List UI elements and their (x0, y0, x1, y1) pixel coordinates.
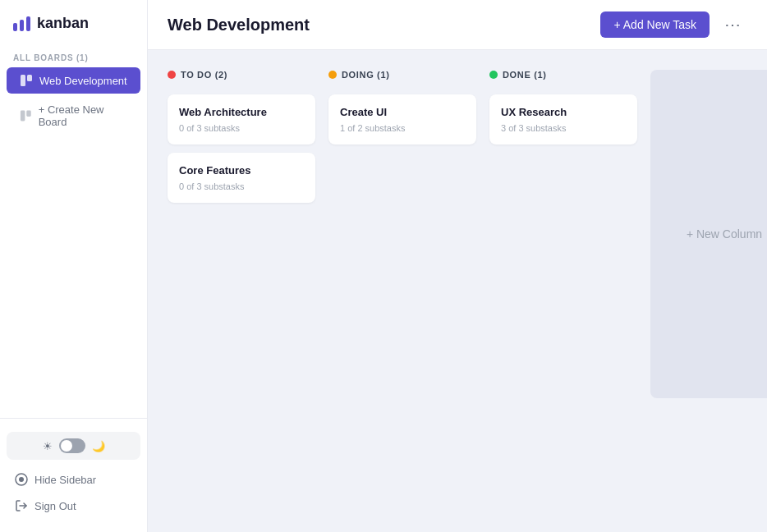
logo: kanban (0, 0, 147, 47)
doing-label: DOING (1) (342, 70, 390, 80)
logo-bar-2 (20, 20, 24, 31)
theme-toggle[interactable]: ☀ 🌙 (7, 432, 140, 460)
todo-dot (168, 71, 176, 79)
task-subtasks: 0 of 3 subtasks (179, 123, 304, 133)
logo-bar-1 (13, 23, 17, 31)
task-title: Create UI (340, 106, 465, 118)
hide-sidebar-icon (15, 473, 28, 486)
moon-icon: 🌙 (92, 440, 105, 452)
column-doing: DOING (1) Create UI 1 of 2 substasks (328, 70, 476, 144)
create-board-label: + Create New Board (39, 103, 127, 128)
sign-out-button[interactable]: Sign Out (7, 493, 140, 519)
toggle-knob (61, 440, 72, 452)
column-header-doing: DOING (1) (328, 70, 476, 86)
task-card[interactable]: UX Research 3 of 3 substasks (489, 94, 637, 144)
column-header-todo: TO DO (2) (168, 70, 315, 86)
sidebar: kanban ALL BOARDS (1) Web Development + … (0, 0, 148, 532)
topbar-actions: + Add New Task ⋯ (600, 11, 747, 38)
task-card[interactable]: Web Architecture 0 of 3 subtasks (168, 94, 315, 144)
create-new-board[interactable]: + Create New Board (7, 97, 140, 135)
sidebar-bottom: ☀ 🌙 Hide Sidebar Sign Out (0, 418, 147, 532)
page-title: Web Development (168, 16, 310, 34)
task-card[interactable]: Create UI 1 of 2 substasks (328, 94, 476, 144)
column-todo: TO DO (2) Web Architecture 0 of 3 subtas… (168, 70, 315, 203)
task-card[interactable]: Core Features 0 of 3 substasks (168, 153, 315, 203)
sidebar-item-label: Web Development (39, 75, 127, 87)
toggle-switch[interactable] (59, 438, 85, 453)
more-options-button[interactable]: ⋯ (718, 11, 747, 38)
new-column-label: + New Column (687, 227, 762, 241)
svg-rect-3 (26, 111, 31, 117)
svg-rect-0 (21, 75, 25, 86)
svg-point-5 (19, 477, 24, 482)
logo-text: kanban (37, 15, 89, 32)
sun-icon: ☀ (43, 440, 53, 452)
create-board-icon (20, 109, 32, 122)
sidebar-item-web-development[interactable]: Web Development (7, 67, 140, 94)
hide-sidebar-label: Hide Sidebar (34, 474, 96, 486)
task-title: Web Architecture (179, 106, 304, 118)
task-subtasks: 3 of 3 substasks (501, 123, 626, 133)
topbar: Web Development + Add New Task ⋯ (148, 0, 767, 50)
main-content: Web Development + Add New Task ⋯ TO DO (… (148, 0, 767, 532)
add-task-button[interactable]: + Add New Task (600, 11, 710, 38)
task-subtasks: 1 of 2 substasks (340, 123, 465, 133)
sign-out-label: Sign Out (34, 500, 76, 512)
logo-icon (13, 16, 30, 31)
done-dot (489, 71, 498, 79)
new-column-button[interactable]: + New Column (650, 70, 767, 398)
column-done: DONE (1) UX Research 3 of 3 substasks (489, 70, 637, 144)
svg-rect-2 (21, 111, 25, 122)
task-title: Core Features (179, 164, 304, 177)
hide-sidebar-button[interactable]: Hide Sidebar (7, 466, 140, 493)
logo-bar-3 (26, 16, 30, 31)
board-icon (20, 74, 33, 87)
doing-dot (328, 71, 337, 79)
sign-out-icon (15, 499, 28, 512)
svg-rect-1 (27, 75, 32, 81)
boards-section-label: ALL BOARDS (1) (0, 47, 147, 66)
todo-label: TO DO (2) (181, 70, 227, 80)
column-header-done: DONE (1) (489, 70, 637, 86)
done-label: DONE (1) (503, 70, 547, 80)
kanban-board: TO DO (2) Web Architecture 0 of 3 subtas… (148, 50, 767, 532)
task-subtasks: 0 of 3 substasks (179, 181, 304, 191)
task-title: UX Research (501, 106, 626, 118)
